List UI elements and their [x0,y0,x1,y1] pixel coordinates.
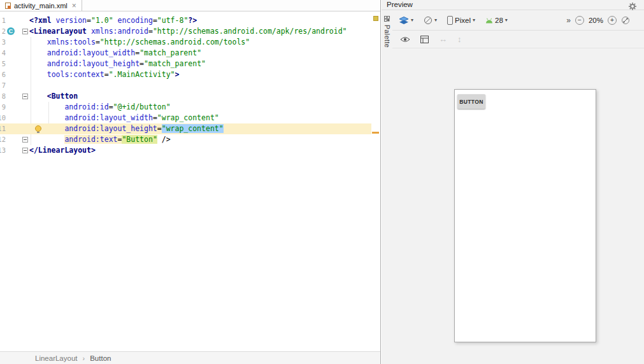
class-gutter-icon[interactable]: C [7,27,15,35]
fold-gutter [22,26,29,37]
code-line[interactable]: 11 android:layout_height="wrap_content" [0,123,371,134]
gutter-icon-area [6,48,22,59]
line-number: 12 [0,134,6,145]
tab-close-icon[interactable]: × [72,2,76,10]
fold-gutter [22,91,29,102]
zoom-out-button[interactable]: − [575,16,584,25]
line-number: 7 [0,80,6,91]
code-editor[interactable]: 1<?xml version="1.0" encoding="utf-8"?>2… [0,11,371,351]
fold-gutter [22,37,29,48]
code-line[interactable]: 9 android:id="@+id/button" [0,102,371,113]
fold-gutter [22,123,29,134]
palette-icon [384,16,390,22]
fold-gutter [22,48,29,59]
fold-end-icon[interactable] [22,148,28,153]
code-text: <?xml version="1.0" encoding="utf-8"?> [29,15,371,26]
fold-collapse-icon[interactable] [22,29,28,34]
code-line[interactable]: 12 android:text="Button" /> [0,134,371,145]
gutter-icon-area [6,15,22,26]
code-text: android:layout_height="match_parent" [29,59,371,69]
line-number: 8 [0,91,6,102]
code-text: <Button [29,91,371,102]
zoom-level[interactable]: 20% [589,17,603,24]
code-line[interactable]: 10 android:layout_width="wrap_content" [0,113,371,123]
editor-scrollbar[interactable] [371,11,380,351]
code-line[interactable]: 7 [0,80,371,91]
gutter-icon-area [6,37,22,48]
fold-collapse-icon[interactable] [22,94,28,99]
api-level-dropdown[interactable]: 28 ▾ [485,17,508,24]
fold-gutter [22,102,29,113]
code-text: android:layout_width="match_parent" [29,48,371,59]
breadcrumb: LinearLayout › Button [0,351,380,364]
code-line[interactable]: 5 android:layout_height="match_parent" [0,59,371,69]
chevron-down-icon: ▾ [473,18,475,23]
scrollbar-highlight-mark [372,132,379,134]
code-line[interactable]: 8 <Button [0,91,371,102]
gear-icon[interactable] [629,1,636,9]
code-text: </LinearLayout> [29,145,371,156]
breadcrumb-separator: › [83,354,85,362]
code-line[interactable]: 1<?xml version="1.0" encoding="utf-8"?> [0,15,371,26]
chevron-down-icon: ▾ [411,18,413,23]
gutter-icon-area [6,145,22,156]
fold-gutter [22,59,29,69]
configuration-dropdown[interactable]: ▾ [399,17,413,25]
gutter-icon-area [6,80,22,91]
device-dropdown[interactable]: Pixel ▾ [447,16,475,25]
line-number: 13 [0,145,6,156]
code-text: android:layout_height="wrap_content" [29,123,371,134]
line-number: 10 [0,113,6,123]
gutter-icon-area [6,113,22,123]
code-text: <LinearLayout xmlns:android="http://sche… [29,26,371,37]
phone-icon [447,16,453,25]
breadcrumb-button[interactable]: Button [90,354,111,362]
code-text: android:layout_width="wrap_content" [29,113,371,123]
code-text: android:id="@+id/button" [29,102,371,113]
preview-toolbar-view: ↔ ↕ [392,31,644,48]
toolbar-overflow-icon[interactable]: » [566,16,571,25]
code-lines: 1<?xml version="1.0" encoding="utf-8"?>2… [0,15,371,156]
pan-horizontal-icon: ↔ [439,35,447,43]
line-number: 2 [0,26,6,37]
fold-end-icon[interactable] [22,137,28,143]
line-number: 6 [0,69,6,80]
device-screen[interactable]: BUTTON [454,89,596,342]
layers-icon [399,17,409,25]
code-line[interactable]: 2C<LinearLayout xmlns:android="http://sc… [0,26,371,37]
preview-toolbar-main: ▾ ▾ Pixel ▾ 28 ▾ [392,11,644,31]
preview-header: Preview [382,0,644,10]
theme-dropdown[interactable]: ▾ [424,16,437,25]
inspections-indicator-icon[interactable] [373,16,378,21]
code-text: xmlns:tools="http://schemas.android.com/… [29,37,371,48]
fold-gutter [22,69,29,80]
tab-activity-main-xml[interactable]: activity_main.xml × [0,0,82,11]
gutter-icon-area: C [6,26,22,37]
design-surface-icon[interactable] [420,36,429,43]
gutter-icon-area [6,123,22,134]
preview-panel: Preview Palette ▾ ▾ [382,0,644,364]
intention-lightbulb-icon[interactable] [35,125,41,132]
zoom-in-button[interactable]: + [608,16,617,25]
code-line[interactable]: 13</LinearLayout> [0,145,371,156]
preview-canvas[interactable]: BUTTON [382,48,644,364]
fold-gutter [22,113,29,123]
device-label: Pixel [455,17,471,24]
code-line[interactable]: 4 android:layout_width="match_parent" [0,48,371,59]
palette-tab-label: Palette [383,25,391,48]
zoom-controls: » − 20% + [566,16,630,25]
tab-title: activity_main.xml [14,2,68,10]
view-options-eye-icon[interactable] [400,36,410,43]
preview-title: Preview [387,1,413,8]
breadcrumb-linearlayout[interactable]: LinearLayout [35,354,78,362]
zoom-actual-size-button[interactable] [621,16,630,25]
code-line[interactable]: 3 xmlns:tools="http://schemas.android.co… [0,37,371,48]
fold-gutter [22,15,29,26]
preview-button-widget[interactable]: BUTTON [457,94,485,109]
fold-gutter [22,145,29,156]
line-number: 9 [0,102,6,113]
xml-file-icon [5,3,11,9]
gutter-icon-area [6,102,22,113]
code-line[interactable]: 6 tools:context=".MainActivity"> [0,69,371,80]
code-text: tools:context=".MainActivity"> [29,69,371,80]
